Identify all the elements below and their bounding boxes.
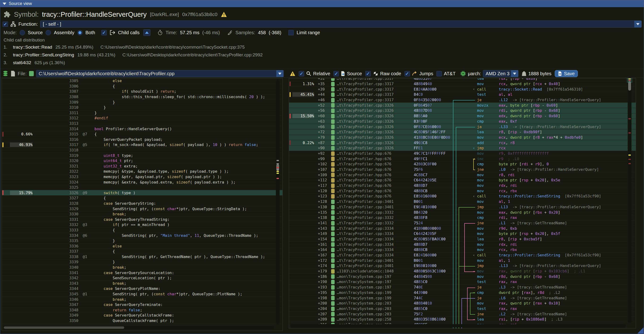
source-line-row[interactable]: 3320uint64_t ptr; (2, 158, 282, 164)
source-line-row[interactable]: 3341case ServerQuerySourceLocation: (2, 270, 282, 276)
symbol-address: 0x7ff61a53b8c0 (182, 11, 218, 17)
source-line-row[interactable]: 3307if( shouldExit ) return; (2, 89, 282, 94)
source-line-row[interactable]: 3346break; (2, 297, 282, 302)
jump-arrow-icon (412, 71, 418, 76)
source-line-row[interactable]: 3311} (2, 110, 282, 116)
source-line-row[interactable]: 3313 (2, 121, 282, 126)
child-call-item[interactable]: 1.tracy::Socket::Read25.25 ms (54.89%)C:… (4, 45, 639, 52)
source-line-row[interactable]: 3305else (2, 78, 282, 84)
att-checkbox[interactable] (436, 71, 442, 76)
asm-location: …t\TracyProfiler.cpp:3317 (337, 92, 394, 97)
source-line-row[interactable]: 3349case ServerQueryCallstackFrame: (2, 313, 282, 318)
source-line-row[interactable]: 3308std::this_thread::sleep_for( std::ch… (2, 94, 282, 100)
source-line-row[interactable]: 3332@3if( ptr == m_mainThread ) (2, 222, 282, 228)
asm-mnemonic: mov (477, 183, 484, 188)
assembly-vertical-scrollbar[interactable] (628, 79, 632, 323)
source-line-row[interactable]: 46.93%3317@5if( !m_sock->Read( &payload,… (2, 142, 282, 148)
source-line-row[interactable]: 3312#endif (2, 116, 282, 121)
asm-location: …t\TracyProfiler.cpp:3317 (337, 78, 394, 81)
source-line-row[interactable]: 3325 (2, 185, 282, 190)
source-line-row[interactable]: 3339} (2, 259, 282, 265)
source-line-row[interactable]: 3316ServerQueryPacket payload; (2, 137, 282, 143)
window-resize-grip[interactable] (638, 328, 644, 334)
asm-location: …t\TracyProfiler.cpp:3317 (337, 98, 394, 102)
child-call-item[interactable]: 3.stat64i32625 μs (1.36%) (4, 60, 639, 68)
samples-icon (227, 30, 232, 35)
function-checkbox[interactable] (2, 21, 8, 27)
source-line-row[interactable]: 3306{ (2, 84, 282, 89)
mode-radio-both[interactable] (77, 30, 83, 35)
scroll-up-button[interactable] (143, 29, 150, 36)
source-line-row[interactable]: 3309} (2, 100, 282, 105)
line-percent: 0.66% (10, 132, 32, 136)
source-line-row[interactable]: 3327{ (2, 195, 282, 201)
asm-bytes: 443900 (414, 290, 428, 295)
source-line-row[interactable]: 3345@1SendString( ptr, (const char*)ptr,… (2, 292, 282, 297)
mode-radio-source[interactable] (20, 30, 25, 35)
child-calls-checkbox[interactable] (101, 30, 107, 35)
asm-bytes: 4C8D05F146F2FF (414, 130, 446, 134)
limit-range-checkbox[interactable] (288, 30, 294, 35)
source-line-row[interactable]: 3348return false; (2, 308, 282, 313)
source-horizontal-scrollbar[interactable] (3, 326, 274, 329)
source-line-row[interactable]: 3310} (2, 105, 282, 110)
asm-operands: rcx, r8 (499, 141, 514, 145)
source-line-row[interactable]: 3336else (2, 243, 282, 249)
source-line-row[interactable]: 3342SendSourceLocation( ptr ); (2, 276, 282, 281)
save-button[interactable]: Save (555, 70, 578, 77)
source-code-text: break; (113, 212, 126, 216)
line-anchor: @1 (83, 255, 87, 259)
line-percent: 46.93% (10, 143, 32, 147)
source-line-row[interactable]: 3335} (2, 238, 282, 244)
source-line-row[interactable]: 3323memcpy( &ptr, &payload.ptr, sizeof( … (2, 174, 282, 180)
source-vertical-scrollbar[interactable] (276, 79, 280, 325)
uarch-select[interactable]: AMD Zen 3 (483, 70, 518, 77)
source-line-row[interactable]: 3328case ServerQueryString: (2, 201, 282, 206)
source-line-row[interactable]: 3340break; (2, 265, 282, 270)
source-line-row[interactable]: 3321uint32_t extra; (2, 164, 282, 169)
source-line-row[interactable]: 3324memcpy( &extra, &payload.extra, size… (2, 179, 282, 185)
asm-offset: +52 (318, 103, 325, 108)
source-line-row[interactable]: 3331case ServerQueryThreadString: (2, 217, 282, 222)
source-checkbox[interactable] (334, 71, 339, 76)
line-number: 3328 (58, 201, 78, 206)
source-line-row[interactable]: 3338@1SendString( ptr, GetThreadName( pt… (2, 254, 282, 260)
source-line-row[interactable]: 3343break; (2, 281, 282, 286)
relative-checkbox[interactable] (299, 71, 304, 76)
source-line-row[interactable]: 3329SendString( ptr, (const char*)ptr, Q… (2, 206, 282, 212)
asm-operands: r8d, dword ptr [rbp - 0x68] (499, 274, 560, 279)
file-select[interactable]: C:\Users\wolf\Desktop\darkrl\contrib\tra… (36, 70, 284, 77)
mode-radio-assembly[interactable] (46, 30, 51, 35)
assembly-horizontal-scrollbar[interactable] (290, 324, 626, 328)
source-line-row[interactable]: 3344case ServerQueryPlotName: (2, 286, 282, 292)
child-call-item[interactable]: 2.tracy::Profiler::SendLongString19.88 m… (4, 52, 639, 60)
source-line-row[interactable]: 3334@6SendString( ptr, "Main thread", 11… (2, 233, 282, 238)
source-line-row[interactable]: 3347case ServerQueryTerminate: (2, 302, 282, 308)
source-file-chip (331, 216, 335, 220)
source-line-row[interactable]: 3318 (2, 148, 282, 153)
assembly-scroll-thumb[interactable] (628, 81, 631, 91)
source-line-row[interactable]: 15.79%3326@9switch( type ) (2, 190, 282, 195)
source-line-row[interactable]: 3322memcpy( &type, &payload.type, sizeof… (2, 169, 282, 174)
asm-mnemonic: mov (477, 82, 484, 86)
chevron-down-icon[interactable] (511, 70, 518, 77)
source-hscroll-thumb[interactable] (4, 327, 124, 329)
chevron-down-icon[interactable] (276, 70, 284, 77)
source-line-row[interactable]: 3350QueueCallstackFrame( ptr ); (2, 318, 282, 324)
source-file-chip (331, 82, 335, 86)
source-line-row[interactable]: 3314bool Profiler::HandleServerQuery() (2, 126, 282, 132)
source-file-chip (331, 103, 335, 108)
function-select[interactable]: [ - self - ] (40, 20, 642, 28)
raw-code-checkbox[interactable] (365, 71, 371, 76)
jump-line (458, 207, 459, 329)
collapse-icon[interactable] (2, 2, 6, 5)
source-line-row[interactable]: 3333{ (2, 228, 282, 233)
chevron-down-icon[interactable] (634, 21, 642, 27)
source-line-row[interactable]: 0.66%3315@7{ (2, 132, 282, 137)
window-title-bar[interactable]: Source view (0, 0, 644, 7)
source-line-row[interactable]: 3319uint8_t type; (2, 153, 282, 158)
source-line-row[interactable]: 3330break; (2, 212, 282, 217)
source-line-row[interactable]: 3337{ (2, 249, 282, 254)
jumps-checkbox[interactable] (404, 71, 410, 76)
asm-mnemonic: call (477, 253, 486, 257)
